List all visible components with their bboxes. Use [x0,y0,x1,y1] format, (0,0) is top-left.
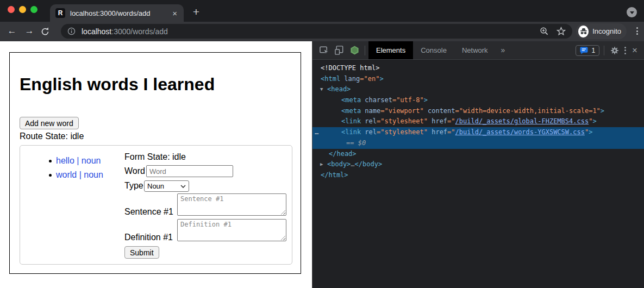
reload-icon [40,27,50,36]
toolbar-separator [604,46,604,55]
incognito-icon [578,26,589,37]
issues-counter[interactable]: 1 [576,45,599,56]
fullscreen-window-button[interactable] [30,6,37,13]
new-tab-button[interactable]: + [189,5,203,19]
node-overflow-icon[interactable]: … [315,127,319,138]
word-list-item: world | noun [56,168,103,182]
reload-button[interactable] [40,27,50,36]
bookmark-star-icon[interactable] [557,27,566,36]
more-panels-icon[interactable]: » [496,41,511,59]
forward-button[interactable]: → [21,22,37,41]
toolbar-separator [365,46,365,55]
site-info-icon[interactable] [67,27,76,35]
tab-close-icon[interactable]: × [171,9,178,17]
zoom-level-icon[interactable] [540,27,549,36]
browser-toolbar: ← → localhost:3000/words/add [0,22,644,41]
devtools-panel: ElementsConsoleNetwork » 1 [312,41,644,288]
browser-window: R localhost:3000/words/add × + ← → loc [0,0,644,288]
word-link[interactable]: world | noun [56,170,103,179]
word-list: hello | nounworld | noun [56,154,103,182]
macos-traffic-lights [8,6,37,13]
tab-title: localhost:3000/words/add [70,9,171,17]
code-line[interactable]: <meta charset="utf-8"> [312,95,644,106]
devtools-tab-list: ElementsConsoleNetwork [368,41,496,59]
code-line[interactable]: <!DOCTYPE html> [312,63,644,74]
page-container: English words I learned Add new word Rou… [9,52,301,274]
issues-bubble-icon [580,47,588,54]
issues-count: 1 [591,47,595,54]
type-label: Type [124,181,143,191]
devtools-tab-elements[interactable]: Elements [368,41,413,59]
code-line[interactable]: ▼<head> [312,84,644,95]
back-button[interactable]: ← [4,22,20,41]
words-panel: hello | nounworld | noun Form State: idl… [20,145,292,265]
devtools-tab-console[interactable]: Console [413,41,454,59]
code-line[interactable]: == $0 [312,138,644,149]
devtools-menu-icon[interactable] [624,47,626,54]
code-line[interactable]: </head> [312,149,644,160]
devtools-close-icon[interactable]: × [632,46,637,55]
code-line[interactable]: …<link rel="stylesheet" href="/build/_as… [312,127,644,138]
browser-tab[interactable]: R localhost:3000/words/add × [50,4,184,22]
device-toolbar-icon[interactable] [333,45,345,57]
tab-strip: R localhost:3000/words/add × + [0,0,644,22]
incognito-badge[interactable]: Incognito [576,23,627,39]
extension-hexagon-icon[interactable] [348,45,360,57]
stylesheet-link[interactable]: /build/_assets/words-YGXSWCSW.css [455,128,585,136]
code-line[interactable]: </html> [312,170,644,181]
page-title: English words I learned [20,74,215,95]
address-bar[interactable]: localhost:3000/words/add [61,24,572,39]
settings-gear-icon[interactable] [610,46,619,55]
sentence-label: Sentence #1 [124,207,173,217]
sentence-textarea[interactable] [177,193,286,216]
code-line[interactable]: <link rel="stylesheet" href="/build/_ass… [312,116,644,127]
definition-label: Definition #1 [124,233,173,242]
remix-favicon: R [55,8,65,18]
stylesheet-link[interactable]: /build/_assets/global-FHZEMBS4.css [455,117,589,125]
incognito-label: Incognito [592,27,621,35]
definition-textarea[interactable] [177,219,286,241]
word-label: Word [124,166,145,176]
web-page: English words I learned Add new word Rou… [0,41,312,288]
submit-button[interactable]: Submit [124,246,159,259]
type-select[interactable]: Noun [144,180,189,192]
code-line[interactable]: ▶<body>…</body> [312,159,644,170]
word-link[interactable]: hello | noun [56,156,101,165]
code-line[interactable]: <meta name="viewport" content="width=dev… [312,106,644,117]
browser-controls-icon[interactable] [627,7,637,17]
browser-menu-icon[interactable] [636,27,638,35]
inspect-element-icon[interactable] [318,45,330,57]
code-line[interactable]: <html lang="en"> [312,74,644,85]
route-state-text: Route State: idle [20,132,84,141]
word-input[interactable] [146,165,233,177]
word-list-item: hello | noun [56,154,103,168]
form-state-text: Form State: idle [124,152,186,162]
devtools-code: <!DOCTYPE html><html lang="en">▼<head><m… [312,60,644,181]
minimize-window-button[interactable] [19,6,26,13]
devtools-toolbar: ElementsConsoleNetwork » 1 [312,41,644,60]
close-window-button[interactable] [8,6,15,13]
devtools-tab-network[interactable]: Network [454,41,496,59]
url-text: localhost:3000/words/add [82,27,168,36]
add-new-word-button[interactable]: Add new word [20,117,79,129]
